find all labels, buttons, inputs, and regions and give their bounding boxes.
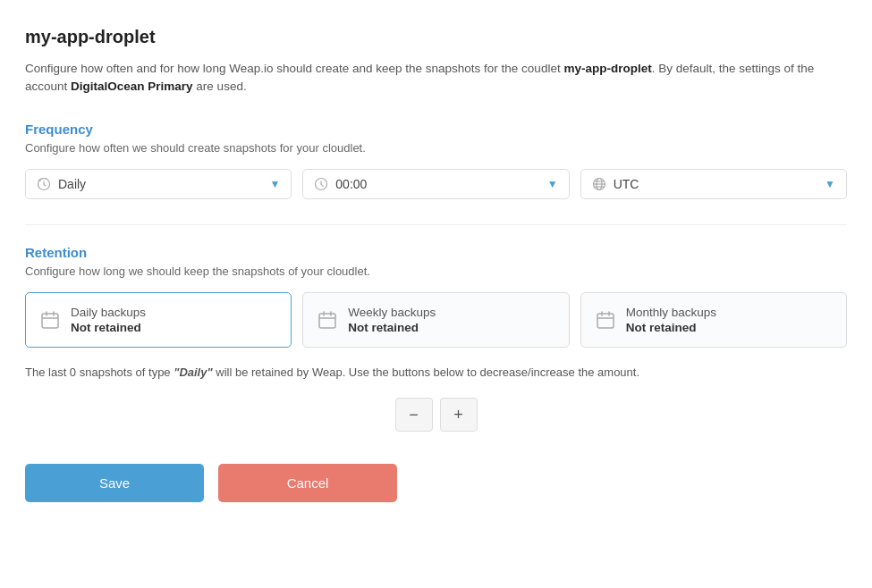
monthly-backup-label: Monthly backups [626,306,716,319]
weekly-backup-text: Weekly backups Not retained [348,306,436,334]
retention-info-suffix: will be retained by Weap. Use the button… [213,365,639,379]
monthly-backup-text: Monthly backups Not retained [626,306,716,334]
daily-backup-value: Not retained [71,321,146,334]
frequency-desc: Configure how often we should create sna… [25,141,847,155]
timezone-value: UTC [614,177,825,191]
counter-row: − + [25,398,847,432]
retention-desc: Configure how long we should keep the sn… [25,265,847,278]
daily-backup-text: Daily backups Not retained [71,306,146,334]
retention-cards: Daily backups Not retained Weekly backup… [25,292,847,348]
cancel-button[interactable]: Cancel [218,464,397,502]
decrease-button[interactable]: − [395,398,433,432]
frequency-title: Frequency [25,122,847,137]
droplet-name: my-app-droplet [563,62,651,75]
time-icon [314,177,328,191]
save-button[interactable]: Save [25,464,204,502]
schedule-chevron-icon: ▼ [269,178,280,190]
retention-info-prefix: The last 0 snapshots of type [25,365,174,379]
time-chevron-icon: ▼ [547,178,558,190]
weekly-backup-card[interactable]: Weekly backups Not retained [302,292,569,348]
svg-rect-7 [42,314,58,328]
daily-backup-label: Daily backups [71,306,146,319]
retention-type: "Daily" [174,365,212,379]
retention-section: Retention Configure how long we should k… [25,245,847,433]
daily-backup-card[interactable]: Daily backups Not retained [25,292,292,348]
time-dropdown[interactable]: 00:00 ▼ [302,169,569,199]
frequency-section: Frequency Configure how often we should … [25,122,847,199]
retention-title: Retention [25,245,847,260]
time-value: 00:00 [335,177,546,191]
frequency-row: Daily ▼ 00:00 ▼ [25,169,847,199]
increase-button[interactable]: + [440,398,478,432]
weekly-backup-label: Weekly backups [348,306,436,319]
monthly-backup-value: Not retained [626,321,716,334]
page-description: Configure how often and for how long Wea… [25,60,847,97]
svg-rect-11 [319,314,335,328]
clock-history-icon [37,177,51,191]
weekly-calendar-icon [317,310,337,330]
account-name: DigitalOcean Primary [71,80,193,93]
daily-calendar-icon [40,310,60,330]
description-prefix: Configure how often and for how long Wea… [25,62,563,75]
retention-info: The last 0 snapshots of type "Daily" wil… [25,364,847,382]
globe-icon [592,177,606,191]
timezone-chevron-icon: ▼ [825,178,835,190]
page-title: my-app-droplet [25,27,847,47]
section-divider [25,224,847,225]
schedule-value: Daily [58,177,269,191]
monthly-calendar-icon [596,310,615,330]
description-suffix: are used. [193,80,247,93]
timezone-dropdown[interactable]: UTC ▼ [580,169,847,199]
schedule-dropdown[interactable]: Daily ▼ [25,169,292,199]
monthly-backup-card[interactable]: Monthly backups Not retained [580,292,847,348]
action-row: Save Cancel [25,464,847,502]
svg-rect-15 [597,314,614,328]
weekly-backup-value: Not retained [348,321,436,334]
